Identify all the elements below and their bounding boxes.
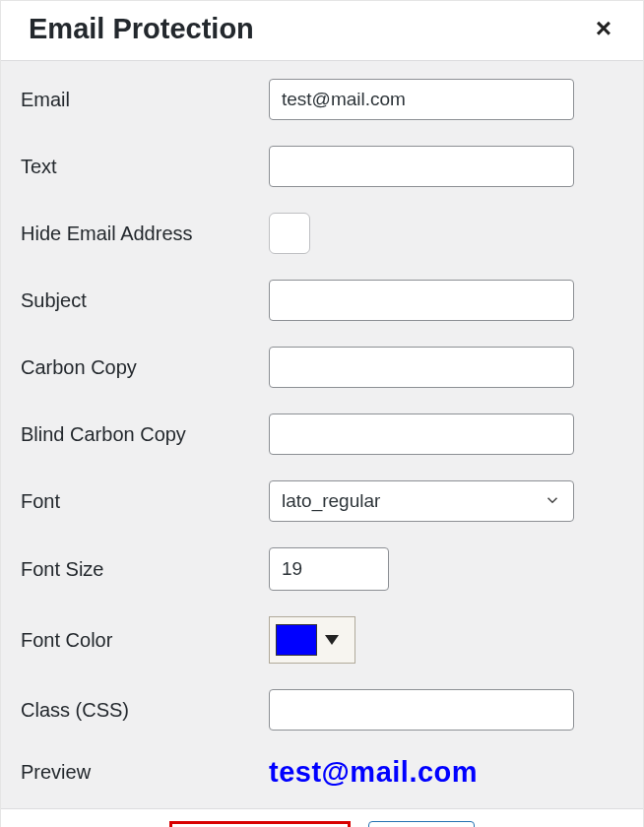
email-protection-dialog: Email Protection × Email Text Hide Email…: [0, 0, 644, 827]
row-fontcolor: Font Color: [21, 616, 623, 664]
chevron-down-icon: [544, 491, 561, 512]
row-hide-email: Hide Email Address: [21, 213, 623, 254]
class-input[interactable]: [269, 689, 574, 731]
row-bcc: Blind Carbon Copy: [21, 414, 623, 455]
fontsize-input[interactable]: [269, 547, 389, 591]
email-input[interactable]: [269, 79, 574, 120]
label-preview: Preview: [21, 761, 269, 784]
hide-email-checkbox[interactable]: [269, 213, 310, 254]
dialog-body: Email Text Hide Email Address Subject Ca: [1, 60, 643, 808]
bcc-input[interactable]: [269, 414, 574, 455]
label-hide-email: Hide Email Address: [21, 223, 269, 245]
label-email: Email: [21, 89, 269, 111]
font-select[interactable]: lato_regular: [269, 480, 574, 522]
row-class: Class (CSS): [21, 689, 623, 731]
preview-text: test@mail.com: [269, 756, 478, 789]
label-font: Font: [21, 490, 269, 513]
row-font: Font lato_regular: [21, 480, 623, 522]
font-select-value: lato_regular: [282, 490, 380, 512]
insert-email-highlight: Insert Email: [169, 821, 351, 827]
row-email: Email: [21, 79, 623, 120]
row-fontsize: Font Size: [21, 547, 623, 591]
cc-input[interactable]: [269, 347, 574, 388]
dialog-header: Email Protection ×: [1, 1, 643, 60]
row-text: Text: [21, 146, 623, 187]
row-preview: Preview test@mail.com: [21, 756, 623, 789]
label-class: Class (CSS): [21, 699, 269, 722]
color-swatch: [276, 624, 317, 656]
label-fontsize: Font Size: [21, 558, 269, 581]
text-input[interactable]: [269, 146, 574, 187]
dropdown-triangle-icon: [325, 635, 339, 645]
label-cc: Carbon Copy: [21, 356, 269, 379]
subject-input[interactable]: [269, 280, 574, 321]
label-bcc: Blind Carbon Copy: [21, 423, 269, 446]
label-fontcolor: Font Color: [21, 629, 269, 652]
row-cc: Carbon Copy: [21, 347, 623, 388]
dialog-footer: Insert Email Cancel: [1, 808, 643, 827]
cancel-button[interactable]: Cancel: [368, 821, 475, 827]
fontcolor-picker[interactable]: [269, 616, 355, 664]
dialog-title: Email Protection: [29, 13, 254, 45]
row-subject: Subject: [21, 280, 623, 321]
label-text: Text: [21, 156, 269, 178]
close-icon[interactable]: ×: [588, 11, 619, 46]
label-subject: Subject: [21, 289, 269, 312]
